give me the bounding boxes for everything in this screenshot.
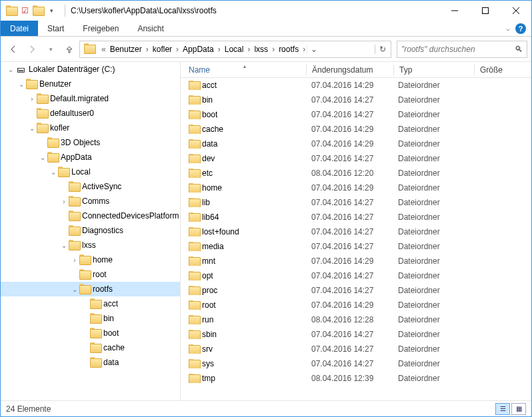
breadcrumb-segment[interactable]: rootfs xyxy=(276,45,301,54)
ribbon-expand-icon[interactable]: ⌵ xyxy=(506,25,510,32)
minimize-button[interactable] xyxy=(439,1,470,21)
chevron-right-icon[interactable]: › xyxy=(217,45,222,54)
drive-crumb-icon[interactable] xyxy=(81,45,100,53)
tree-item[interactable]: ›Comms xyxy=(1,194,180,209)
tree-item[interactable]: defaultuser0 xyxy=(1,106,180,121)
details-view-icon[interactable]: ☰ xyxy=(495,403,510,415)
tree-item[interactable]: ⌄lxss xyxy=(1,238,180,252)
tree-item[interactable]: ⌄rootfs xyxy=(1,282,180,296)
tree-item[interactable]: ⌄Local xyxy=(1,165,180,179)
chevron-down-icon[interactable]: ⌄ xyxy=(17,81,26,88)
table-row[interactable]: sys07.04.2016 14:27Dateiordner xyxy=(181,356,531,371)
col-type[interactable]: Typ xyxy=(394,65,474,75)
table-row[interactable]: lib07.04.2016 14:27Dateiordner xyxy=(181,195,531,210)
chevron-down-icon[interactable]: ⌄ xyxy=(6,66,15,73)
chevron-right-icon[interactable]: › xyxy=(70,256,79,264)
properties-icon[interactable]: ☑ xyxy=(19,5,30,16)
qat-dropdown-icon[interactable]: ▾ xyxy=(46,5,57,16)
chevron-down-icon[interactable]: ⌄ xyxy=(38,154,47,161)
chevron-right-icon[interactable]: › xyxy=(175,45,180,54)
up-button[interactable] xyxy=(61,41,78,58)
tree-item[interactable]: ⌄AppData xyxy=(1,150,180,165)
tree-item[interactable]: 3D Objects xyxy=(1,135,180,150)
table-row[interactable]: srv07.04.2016 14:27Dateiordner xyxy=(181,342,531,356)
chevron-down-icon[interactable]: ⌄ xyxy=(49,169,58,176)
table-row[interactable]: acct07.04.2016 14:29Dateiordner xyxy=(181,78,531,93)
close-button[interactable] xyxy=(501,1,531,21)
forward-button[interactable] xyxy=(23,41,41,58)
tree-item[interactable]: ⌄kofler xyxy=(1,121,180,135)
chevron-right-icon[interactable]: › xyxy=(246,45,251,54)
chevron-right-icon[interactable]: › xyxy=(145,45,150,54)
tree-item[interactable]: acct xyxy=(1,296,180,311)
table-row[interactable]: run08.04.2016 12:28Dateiordner xyxy=(181,312,531,327)
tree-item[interactable]: data xyxy=(1,355,180,370)
tree-item[interactable]: ConnectedDevicesPlatform xyxy=(1,209,180,223)
file-type: Dateiordner xyxy=(393,315,473,324)
tree-item[interactable]: bin xyxy=(1,311,180,326)
recent-dropdown-icon[interactable]: ▾ xyxy=(42,41,59,58)
tab-file[interactable]: Datei xyxy=(1,21,38,36)
table-row[interactable]: proc07.04.2016 14:27Dateiordner xyxy=(181,283,531,298)
maximize-button[interactable] xyxy=(470,1,501,21)
search-input[interactable] xyxy=(397,45,511,54)
tab-share[interactable]: Freigeben xyxy=(73,21,128,36)
table-row[interactable]: opt07.04.2016 14:27Dateiordner xyxy=(181,268,531,283)
tree-item[interactable]: ActiveSync xyxy=(1,179,180,194)
chevron-down-icon[interactable]: ⌄ xyxy=(70,286,79,293)
table-row[interactable]: lib6407.04.2016 14:27Dateiordner xyxy=(181,210,531,224)
breadcrumb-segment[interactable]: AppData xyxy=(180,45,217,54)
back-button[interactable] xyxy=(5,41,22,58)
tree-item[interactable]: ›home xyxy=(1,252,180,267)
chevron-down-icon[interactable]: ⌄ xyxy=(59,242,69,249)
col-name[interactable]: Name▴ xyxy=(183,65,306,75)
large-icons-view-icon[interactable]: ▦ xyxy=(511,403,526,415)
help-icon[interactable]: ? xyxy=(515,23,526,34)
folder-icon xyxy=(189,228,199,236)
chevron-right-icon[interactable]: › xyxy=(59,198,69,205)
breadcrumb-segment[interactable]: lxss xyxy=(251,45,271,54)
table-row[interactable]: tmp08.04.2016 12:39Dateiordner xyxy=(181,371,531,386)
tree-item[interactable]: Diagnostics xyxy=(1,223,180,238)
breadcrumb-segment[interactable]: Local xyxy=(222,45,247,54)
table-row[interactable]: boot07.04.2016 14:27Dateiordner xyxy=(181,107,531,122)
new-folder-icon[interactable] xyxy=(33,5,43,16)
search-icon[interactable]: 🔍︎ xyxy=(511,45,527,54)
tree-item[interactable]: boot xyxy=(1,326,180,340)
list-scroll[interactable]: acct07.04.2016 14:29Dateiordnerbin07.04.… xyxy=(181,78,531,400)
tree-item[interactable]: cache xyxy=(1,340,180,355)
tree-item[interactable]: ›Default.migrated xyxy=(1,91,180,106)
breadcrumb-segment[interactable]: Benutzer xyxy=(107,45,145,54)
table-row[interactable]: media07.04.2016 14:27Dateiordner xyxy=(181,239,531,254)
chevron-right-icon[interactable]: « xyxy=(100,45,107,54)
folder-icon xyxy=(90,314,101,323)
col-size[interactable]: Größe xyxy=(475,65,515,75)
address-dropdown-icon[interactable]: ⌄ xyxy=(307,45,320,54)
refresh-icon[interactable]: ↻ xyxy=(375,45,389,54)
table-row[interactable]: mnt07.04.2016 14:29Dateiordner xyxy=(181,254,531,268)
chevron-right-icon[interactable]: › xyxy=(27,95,37,103)
table-row[interactable]: data07.04.2016 14:29Dateiordner xyxy=(181,137,531,151)
tree-item[interactable]: root xyxy=(1,267,180,282)
tab-start[interactable]: Start xyxy=(38,21,73,36)
table-row[interactable]: etc08.04.2016 12:20Dateiordner xyxy=(181,166,531,181)
tree-scroll[interactable]: ⌄🖴Lokaler Datenträger (C:)⌄Benutzer›Defa… xyxy=(1,62,180,400)
chevron-right-icon[interactable]: › xyxy=(271,45,276,54)
folder-icon xyxy=(47,153,58,162)
chevron-down-icon[interactable]: ⌄ xyxy=(27,125,37,132)
table-row[interactable]: lost+found07.04.2016 14:27Dateiordner xyxy=(181,224,531,239)
table-row[interactable]: dev07.04.2016 14:27Dateiordner xyxy=(181,151,531,166)
table-row[interactable]: bin07.04.2016 14:27Dateiordner xyxy=(181,93,531,107)
tab-view[interactable]: Ansicht xyxy=(128,21,173,36)
table-row[interactable]: sbin07.04.2016 14:27Dateiordner xyxy=(181,327,531,342)
col-date[interactable]: Änderungsdatum xyxy=(307,65,393,75)
breadcrumb-segment[interactable]: kofler xyxy=(150,45,175,54)
tree-item[interactable]: ⌄🖴Lokaler Datenträger (C:) xyxy=(1,62,180,77)
search-box[interactable]: 🔍︎ xyxy=(397,41,527,58)
chevron-right-icon[interactable]: › xyxy=(301,45,307,54)
table-row[interactable]: cache07.04.2016 14:29Dateiordner xyxy=(181,122,531,137)
tree-item[interactable]: ⌄Benutzer xyxy=(1,77,180,91)
table-row[interactable]: home07.04.2016 14:29Dateiordner xyxy=(181,181,531,195)
address-bar[interactable]: « Benutzer›kofler›AppData›Local›lxss›roo… xyxy=(79,41,391,58)
table-row[interactable]: root07.04.2016 14:29Dateiordner xyxy=(181,298,531,312)
